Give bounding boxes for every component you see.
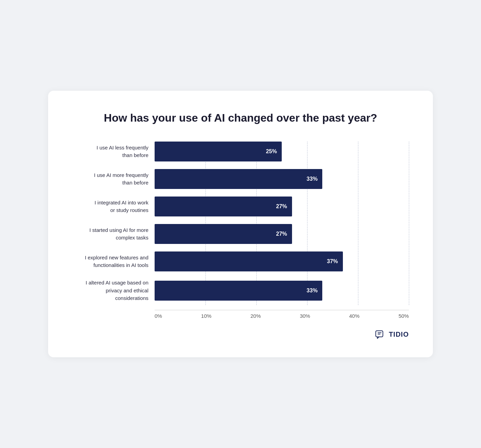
- bar-fill-complex-tasks: 27%: [155, 224, 292, 244]
- bar-row-complex-tasks: I started using AI for morecomplex tasks…: [72, 224, 409, 244]
- bar-value-privacy: 33%: [306, 288, 322, 294]
- bar-label-integrated: I integrated AI into workor study routin…: [72, 199, 155, 214]
- bar-row-integrated: I integrated AI into workor study routin…: [72, 197, 409, 216]
- bar-fill-integrated: 27%: [155, 197, 292, 216]
- bar-row-more-frequent: I use AI more frequentlythan before33%: [72, 169, 409, 189]
- bars-container: I use AI less frequentlythan before25%I …: [72, 142, 409, 302]
- bar-fill-new-features: 37%: [155, 251, 343, 271]
- bar-label-privacy: I altered AI usage based onprivacy and e…: [72, 279, 155, 302]
- bar-fill-more-frequent: 33%: [155, 169, 322, 189]
- tidio-logo-icon: [375, 329, 386, 340]
- svg-rect-0: [376, 331, 383, 337]
- x-tick-20: 20%: [250, 313, 261, 319]
- bar-track-integrated: 27%: [155, 197, 409, 216]
- grid-line-50: [409, 142, 409, 305]
- bar-row-privacy: I altered AI usage based onprivacy and e…: [72, 279, 409, 302]
- bar-fill-privacy: 33%: [155, 281, 322, 301]
- x-tick-40: 40%: [349, 313, 359, 319]
- chart-title: How has your use of AI changed over the …: [72, 111, 409, 124]
- bars-and-grid: I use AI less frequentlythan before25%I …: [72, 142, 409, 319]
- chart-card: How has your use of AI changed over the …: [48, 91, 433, 357]
- bar-value-integrated: 27%: [276, 203, 292, 210]
- x-tick-0: 0%: [155, 313, 162, 319]
- x-tick-10: 10%: [201, 313, 211, 319]
- bar-track-more-frequent: 33%: [155, 169, 409, 189]
- x-tick-30: 30%: [300, 313, 310, 319]
- bar-row-new-features: I explored new features andfunctionaliti…: [72, 251, 409, 271]
- bar-track-less-frequent: 25%: [155, 142, 409, 161]
- bar-value-less-frequent: 25%: [266, 148, 282, 155]
- bar-value-new-features: 37%: [327, 258, 343, 265]
- bar-label-more-frequent: I use AI more frequentlythan before: [72, 171, 155, 187]
- bar-value-more-frequent: 33%: [306, 176, 322, 182]
- logo-text: TIDIO: [389, 331, 409, 338]
- svg-rect-2: [378, 334, 380, 335]
- x-axis-line: [155, 310, 409, 310]
- bar-label-less-frequent: I use AI less frequentlythan before: [72, 144, 155, 159]
- bar-track-privacy: 33%: [155, 281, 409, 301]
- bar-track-new-features: 37%: [155, 251, 409, 271]
- bar-label-complex-tasks: I started using AI for morecomplex tasks: [72, 226, 155, 242]
- svg-rect-1: [378, 333, 381, 333]
- chart-wrapper: I use AI less frequentlythan before25%I …: [72, 142, 409, 319]
- x-tick-50: 50%: [399, 313, 409, 319]
- bar-value-complex-tasks: 27%: [276, 231, 292, 237]
- bar-label-new-features: I explored new features andfunctionaliti…: [72, 254, 155, 269]
- logo: TIDIO: [72, 329, 409, 340]
- x-axis-labels: 0% 10% 20% 30% 40% 50%: [155, 310, 409, 319]
- bar-row-less-frequent: I use AI less frequentlythan before25%: [72, 142, 409, 161]
- bar-track-complex-tasks: 27%: [155, 224, 409, 244]
- bar-fill-less-frequent: 25%: [155, 142, 282, 161]
